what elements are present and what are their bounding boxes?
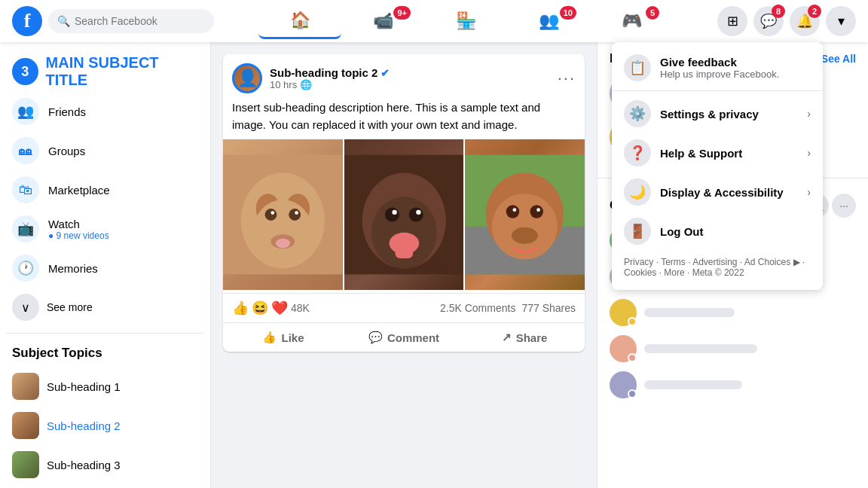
nav-groups-button[interactable]: 👥 10 xyxy=(507,3,590,39)
post-image-2 xyxy=(344,139,464,290)
see-all-link[interactable]: See All xyxy=(821,53,856,65)
dropdown-display-title: Display & Accessibility xyxy=(660,186,784,199)
svg-point-26 xyxy=(513,208,517,212)
topic-item-1[interactable]: Sub-heading 1 xyxy=(6,367,204,406)
chevron-right-icon-help: › xyxy=(807,147,811,159)
dropdown-settings-title: Settings & privacy xyxy=(660,108,759,120)
notifications-button[interactable]: 🔔 2 xyxy=(790,6,820,36)
nav-video-button[interactable]: 📹 9+ xyxy=(341,3,424,39)
store-icon: 🏪 xyxy=(456,11,476,31)
svg-point-4 xyxy=(253,200,313,265)
contact-avatar-5 xyxy=(610,371,637,398)
comment-button[interactable]: 💬 Comment xyxy=(344,323,464,352)
svg-point-14 xyxy=(385,207,399,221)
svg-point-16 xyxy=(392,210,396,215)
post-image-3 xyxy=(465,139,585,290)
account-dropdown-menu: 📋 Give feedback Help us improve Facebook… xyxy=(612,42,823,290)
search-bar[interactable]: 🔍 xyxy=(48,9,214,33)
marketplace-icon: 🛍 xyxy=(12,176,39,203)
post-author-name: Sub-heading topic 2 ✔ xyxy=(270,66,390,79)
chevron-down-icon: ▾ xyxy=(838,13,845,29)
messenger-badge: 8 xyxy=(772,5,785,18)
topic-item-4[interactable]: Sub-heading 4 xyxy=(6,484,204,488)
post-avatar: 👤 xyxy=(232,63,262,93)
contact-name-3 xyxy=(644,308,735,317)
sidebar-item-marketplace[interactable]: 🛍 Marketplace xyxy=(6,170,204,209)
svg-point-15 xyxy=(408,207,423,221)
topic-item-2[interactable]: Sub-heading 2 xyxy=(6,406,204,445)
see-more-button[interactable]: ∨ See more xyxy=(6,288,204,327)
feedback-icon: 📋 xyxy=(624,54,651,81)
dropdown-divider-1 xyxy=(612,90,823,91)
see-more-label: See more xyxy=(47,301,93,313)
post-stats: 2.5K Comments 777 Shares xyxy=(440,302,576,314)
nav-home-button[interactable]: 🏠 xyxy=(258,3,341,39)
search-icon: 🔍 xyxy=(57,15,70,27)
apps-button[interactable]: ⊞ xyxy=(717,6,747,36)
messenger-button[interactable]: 💬 8 xyxy=(753,6,784,36)
topnav: f 🔍 🏠 📹 9+ 🏪 👥 10 🎮 5 ⊞ 💬 8 xyxy=(0,0,868,42)
post-header: 👤 Sub-heading topic 2 ✔ 10 hrs 🌐 ··· xyxy=(223,63,585,99)
dropdown-help-title: Help & Support xyxy=(660,147,742,160)
topic-item-3[interactable]: Sub-heading 3 xyxy=(6,445,204,484)
contact-item-3[interactable] xyxy=(610,296,856,329)
gaming-icon: 🎮 xyxy=(622,11,642,31)
dropdown-item-settings[interactable]: ⚙️ Settings & privacy › xyxy=(612,94,823,133)
gaming-badge: 5 xyxy=(646,6,659,20)
like-icon: 👍 xyxy=(262,331,277,344)
dropdown-item-display[interactable]: 🌙 Display & Accessibility › xyxy=(612,172,823,212)
friends-icon: 👥 xyxy=(12,98,39,125)
svg-rect-19 xyxy=(395,243,413,258)
sidebar-watch-label: Watch xyxy=(48,218,109,230)
sidebar-badge: 3 xyxy=(12,58,38,85)
feed-center: 👤 Sub-heading topic 2 ✔ 10 hrs 🌐 ··· xyxy=(211,42,597,488)
chevron-down-sidebar-icon: ∨ xyxy=(12,294,39,321)
dropdown-item-feedback[interactable]: 📋 Give feedback Help us improve Facebook… xyxy=(612,48,823,87)
globe-icon: 🌐 xyxy=(300,79,312,90)
shares-count: 777 Shares xyxy=(521,302,576,314)
contact-item-4[interactable] xyxy=(610,332,856,365)
dropdown-feedback-title: Give feedback xyxy=(660,56,779,69)
nav-store-button[interactable]: 🏪 xyxy=(424,3,507,39)
like-button[interactable]: 👍 Like xyxy=(223,323,344,352)
share-icon: ↗ xyxy=(502,331,512,344)
post-user-info: 👤 Sub-heading topic 2 ✔ 10 hrs 🌐 xyxy=(232,63,390,93)
sidebar-item-watch[interactable]: 📺 Watch ● 9 new videos xyxy=(6,209,204,249)
contact-name-4 xyxy=(644,344,757,353)
nav-gaming-button[interactable]: 🎮 5 xyxy=(590,3,673,39)
sidebar-title-row: 3 MAIN SUBJECT TITLE xyxy=(6,48,204,92)
dropdown-item-logout[interactable]: 🚪 Log Out xyxy=(612,212,823,251)
online-dot-4 xyxy=(628,353,637,362)
sidebar-main-title: MAIN SUBJECT TITLE xyxy=(46,54,198,89)
dropdown-item-help[interactable]: ❓ Help & Support › xyxy=(612,133,823,172)
contact-avatar-3 xyxy=(610,299,637,326)
sidebar-item-memories[interactable]: 🕐 Memories xyxy=(6,249,204,288)
display-icon: 🌙 xyxy=(624,178,651,206)
online-dot-3 xyxy=(628,317,637,326)
like-reaction: 👍 xyxy=(232,300,249,316)
verified-icon: ✔ xyxy=(381,67,390,79)
share-label: Share xyxy=(516,331,548,344)
post-images xyxy=(223,139,585,290)
reactions-count: 48K xyxy=(291,302,310,314)
sidebar-item-friends[interactable]: 👥 Friends xyxy=(6,92,204,131)
sidebar-memories-label: Memories xyxy=(48,262,98,275)
facebook-logo[interactable]: f xyxy=(12,6,42,36)
svg-point-10 xyxy=(276,239,290,249)
svg-point-28 xyxy=(512,227,538,244)
memories-icon: 🕐 xyxy=(12,255,39,282)
comment-label: Comment xyxy=(387,331,439,344)
account-button[interactable]: ▾ xyxy=(826,6,856,36)
svg-point-25 xyxy=(530,205,543,218)
groups-badge: 10 xyxy=(560,6,576,20)
search-input[interactable] xyxy=(75,15,205,27)
sidebar-item-groups[interactable]: 🏘 Groups xyxy=(6,131,204,170)
comments-count: 2.5K Comments xyxy=(440,302,515,314)
notifications-badge: 2 xyxy=(808,5,821,18)
more-contacts-icon[interactable]: ··· xyxy=(832,194,856,218)
post-more-button[interactable]: ··· xyxy=(558,69,576,88)
contact-item-5[interactable] xyxy=(610,368,856,401)
share-button[interactable]: ↗ Share xyxy=(464,323,585,352)
dropdown-footer: Privacy · Terms · Advertising · Ad Choic… xyxy=(612,251,823,284)
chevron-right-icon-display: › xyxy=(807,186,811,198)
